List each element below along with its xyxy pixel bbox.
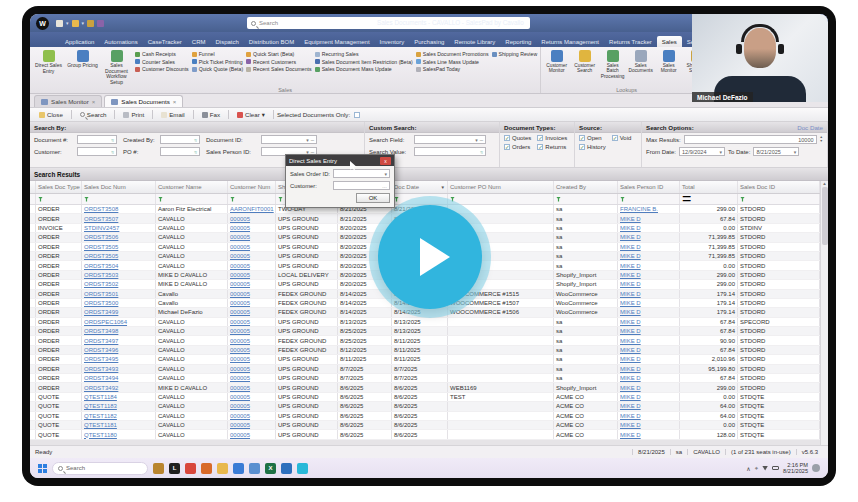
cell-value[interactable]: ORDST3505 [84, 244, 118, 250]
cell-value[interactable]: QTEST1182 [84, 413, 117, 419]
chevron-down-icon[interactable]: ▾ [720, 149, 723, 155]
cell-value[interactable]: 000005 [230, 328, 250, 334]
table-row[interactable]: ORDERORDST3493CAVALLO000005UPS GROUND8/7… [30, 365, 820, 374]
cell-value[interactable]: MIKE D [620, 394, 641, 400]
selected-documents-only-checkbox[interactable] [354, 112, 360, 118]
column-filter[interactable] [228, 194, 276, 204]
ribbon-item[interactable]: Recurring Sales [315, 51, 413, 57]
column-filter[interactable] [156, 194, 228, 204]
print-button[interactable]: Print [118, 110, 149, 119]
column-filter[interactable] [448, 194, 554, 204]
cell-value[interactable]: MIKE D [620, 309, 641, 315]
table-row[interactable]: QUOTEQTEST1182CAVALLO000005UPS GROUND8/6… [30, 412, 820, 421]
cell-value[interactable]: ORDST3502 [84, 281, 118, 287]
chevron-down-icon[interactable]: ▾ [475, 137, 478, 143]
cell-value[interactable]: 000005 [230, 309, 250, 315]
map-app-icon[interactable] [233, 463, 244, 474]
cell-value[interactable]: MIKE D [620, 422, 641, 428]
cell-value[interactable]: ORDST3507 [84, 216, 118, 222]
cell-value[interactable]: 000005 [230, 432, 250, 438]
cell-value[interactable]: MIKE D [620, 216, 641, 222]
ribbon-tab-casetracker[interactable]: CaseTracker [143, 36, 187, 47]
chevron-down-icon[interactable]: ▾ [262, 111, 265, 118]
close-icon[interactable]: × [173, 99, 177, 105]
ribbon-item[interactable]: Recent Sales Documents [246, 66, 312, 72]
ribbon-tab-distribution-bom[interactable]: Distribution BOM [244, 36, 299, 47]
cell-value[interactable]: QTEST1181 [84, 422, 117, 428]
checkbox-void[interactable]: ✓ [612, 135, 618, 141]
fax-button[interactable]: Fax [197, 110, 225, 119]
field-input-created-by-[interactable]: ≈ [160, 135, 200, 144]
checkbox-open[interactable]: ✓ [579, 135, 585, 141]
quick-access-icon[interactable] [56, 20, 63, 27]
column-header-customer-num[interactable]: Customer Num [228, 181, 276, 193]
ribbon-item[interactable]: SalesPad Today [416, 66, 489, 72]
close-button[interactable]: Close [34, 110, 68, 119]
column-filter[interactable] [738, 194, 820, 204]
field-input-search-value-[interactable]: ≈ [414, 147, 486, 156]
ribbon-item[interactable]: Sales Line Mass Update [416, 59, 489, 65]
photos-app-icon[interactable] [153, 463, 164, 474]
table-row[interactable]: ORDERORDST3495CAVALLO000005UPS GROUND8/1… [30, 355, 820, 364]
cell-value[interactable]: 000005 [230, 375, 250, 381]
ribbon-tab-application[interactable]: Application [60, 36, 99, 47]
column-header-sales-doc-id[interactable]: Sales Doc ID [738, 181, 820, 193]
column-header-created-by[interactable]: Created By [554, 181, 618, 193]
cell-value[interactable]: ORDSPEC1064 [84, 319, 127, 325]
cell-value[interactable]: AARONFIT0001 [230, 206, 274, 212]
cell-value[interactable]: ORDST3506 [84, 234, 118, 240]
quick-access-icon[interactable] [97, 20, 104, 27]
cell-value[interactable]: 000005 [230, 263, 250, 269]
field-input-search-field-[interactable]: ▾– [414, 135, 486, 144]
table-row[interactable]: ORDERORDST3498CAVALLO000005UPS GROUND8/2… [30, 327, 820, 336]
column-header-sales-doc-type[interactable]: Sales Doc Type [36, 181, 82, 193]
checkbox-history[interactable]: ✓ [579, 144, 585, 150]
ribbon-tab-sales[interactable]: Sales [657, 36, 682, 47]
cell-value[interactable]: MIKE D [620, 385, 641, 391]
column-filter[interactable] [36, 194, 82, 204]
column-filter[interactable] [554, 194, 618, 204]
to-date-input[interactable]: 8/21/2025▾ [753, 147, 799, 156]
table-row[interactable]: QUOTEQTEST1183CAVALLO000005UPS GROUND8/6… [30, 402, 820, 411]
cell-value[interactable]: 000005 [230, 385, 250, 391]
cell-value[interactable]: FRANCINE B. [620, 206, 658, 212]
start-button-icon[interactable] [38, 464, 47, 473]
scroll-up-icon[interactable]: ▲ [822, 181, 826, 186]
tray-chevron-icon[interactable]: ∧ [746, 465, 750, 472]
table-row[interactable]: ORDERORDST3494CAVALLO000005UPS GROUND8/7… [30, 374, 820, 383]
ribbon-tab-automations[interactable]: Automations [99, 36, 142, 47]
column-header-customer-po-num[interactable]: Customer PO Num [448, 181, 554, 193]
table-row[interactable]: ORDERORDST3496CAVALLO000005FEDEX GROUND8… [30, 346, 820, 355]
video-play-button[interactable] [378, 205, 482, 309]
cell-value[interactable]: MIKE D [620, 432, 641, 438]
ribbon-tab-returns-tracker[interactable]: Returns Tracker [604, 36, 657, 47]
close-icon[interactable]: × [92, 99, 96, 105]
quick-access-icon[interactable] [87, 20, 94, 27]
max-results-input[interactable]: 10000 [684, 135, 817, 144]
ribbon-tab-returns-management[interactable]: Returns Management [536, 36, 604, 47]
cell-value[interactable]: 000005 [230, 234, 250, 240]
ribbon-item[interactable]: Cash Receipts [135, 51, 189, 57]
ribbon-tab-remote-library[interactable]: Remote Library [449, 36, 500, 47]
excel-app-icon[interactable]: X [265, 463, 276, 474]
quick-access-icon[interactable] [72, 20, 79, 27]
cell-value[interactable]: ORDST3495 [84, 356, 118, 362]
cell-value[interactable]: MIKE D [620, 347, 641, 353]
browser-app-icon[interactable] [185, 463, 196, 474]
cell-value[interactable]: MIKE D [620, 225, 641, 231]
ribbon-button[interactable]: Sales Monitor [656, 49, 681, 85]
ribbon-button[interactable]: Direct Sales Entry [33, 49, 64, 85]
cell-value[interactable]: ORDST3508 [84, 206, 118, 212]
cell-value[interactable]: ORDST3499 [84, 309, 118, 315]
files-app-icon[interactable] [217, 463, 228, 474]
cell-value[interactable]: 000005 [230, 403, 250, 409]
tab-sales-documents[interactable]: Sales Documents× [104, 95, 183, 107]
column-filter[interactable] [392, 194, 448, 204]
ribbon-item[interactable]: Pick Ticket Printing [192, 59, 243, 65]
cell-value[interactable]: MIKE D [620, 281, 641, 287]
cell-value[interactable]: MIKE D [620, 244, 641, 250]
microphone-icon[interactable]: ⌖ [755, 465, 758, 472]
dialog-input-customer-[interactable]: … [333, 181, 390, 190]
search-button[interactable]: Search [75, 110, 112, 119]
cell-value[interactable]: ORDST3500 [84, 300, 118, 306]
